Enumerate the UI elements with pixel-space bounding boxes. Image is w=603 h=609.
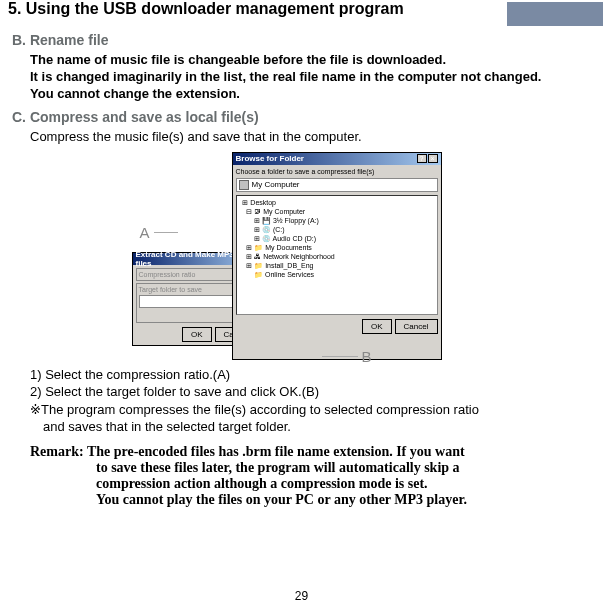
dialog-browse-titlebar: Browse for Folder ? × (233, 153, 441, 165)
remark-lead: Remark: The pre-encoded files has .brm f… (30, 444, 591, 460)
header-bar-decoration (507, 2, 603, 26)
tree-item[interactable]: ⊟ 🖳 My Computer (239, 207, 435, 216)
note-text-a: The program compresses the file(s) accor… (41, 401, 479, 419)
remark-line-2: to save these files later, the program w… (96, 460, 591, 476)
cancel-button[interactable]: Cancel (395, 319, 438, 334)
note-line-1: ※ The program compresses the file(s) acc… (30, 401, 591, 419)
screenshot-figure: A Extract CD and Make MP3 files × Compre… (132, 152, 472, 362)
folder-tree[interactable]: ⊞ Desktop ⊟ 🖳 My Computer ⊞ 💾 3½ Floppy … (236, 195, 438, 315)
callout-label-b: B (362, 348, 372, 365)
section-c-heading: C. Compress and save as local file(s) (12, 109, 591, 125)
section-b-heading: B. Rename file (12, 32, 591, 48)
step-1: 1) Select the compression ratio.(A) (30, 366, 591, 384)
note-text-b: and saves that in the selected target fo… (30, 418, 591, 436)
tree-item[interactable]: ⊞ 💾 3½ Floppy (A:) (239, 216, 435, 225)
dialog-browse: Browse for Folder ? × Choose a folder to… (232, 152, 442, 360)
note-symbol: ※ (30, 401, 41, 419)
page-number: 29 (0, 589, 603, 603)
remark-line-3: compression action although a compressio… (96, 476, 591, 492)
callout-label-a: A (140, 224, 150, 241)
computer-icon (239, 180, 249, 190)
tree-item[interactable]: 📁 Online Services (239, 270, 435, 279)
steps-block: 1) Select the compression ratio.(A) 2) S… (12, 366, 591, 436)
callout-line-b (322, 356, 358, 357)
remark-line-4: You cannot play the files on your PC or … (96, 492, 591, 508)
tree-item[interactable]: ⊞ 🖧 Network Neighborhood (239, 252, 435, 261)
folder-combo-value: My Computer (252, 180, 300, 189)
tree-item[interactable]: ⊞ 📁 My Documents (239, 243, 435, 252)
tree-item[interactable]: ⊞ 💿 (C:) (239, 225, 435, 234)
remark-block: Remark: The pre-encoded files has .brm f… (12, 444, 591, 508)
callout-line-a (154, 232, 178, 233)
page-header: 5. Using the USB downloader management p… (0, 0, 603, 26)
tree-item[interactable]: ⊞ Desktop (239, 198, 435, 207)
browse-instruction: Choose a folder to save a compressed fil… (236, 168, 438, 175)
help-icon[interactable]: ? (417, 154, 427, 163)
folder-combo[interactable]: My Computer (236, 178, 438, 192)
dialog-browse-title: Browse for Folder (236, 154, 304, 163)
section-b-text-3: You cannot change the extension. (30, 86, 591, 103)
ok-button[interactable]: OK (182, 327, 212, 342)
step-2: 2) Select the target folder to save and … (30, 383, 591, 401)
target-folder-label: Target folder to save (139, 286, 202, 293)
section-b-text-1: The name of music file is changeable bef… (30, 52, 591, 69)
section-c: C. Compress and save as local file(s) Co… (0, 103, 603, 508)
close-icon[interactable]: × (428, 154, 438, 163)
section-b-text-2: It is changed imaginarily in the list, t… (30, 69, 591, 86)
section-c-intro: Compress the music file(s) and save that… (30, 129, 591, 146)
ok-button[interactable]: OK (362, 319, 392, 334)
tree-item[interactable]: ⊞ 💿 Audio CD (D:) (239, 234, 435, 243)
tree-item[interactable]: ⊞ 📁 Install_DB_Eng (239, 261, 435, 270)
section-b: B. Rename file The name of music file is… (0, 26, 603, 103)
